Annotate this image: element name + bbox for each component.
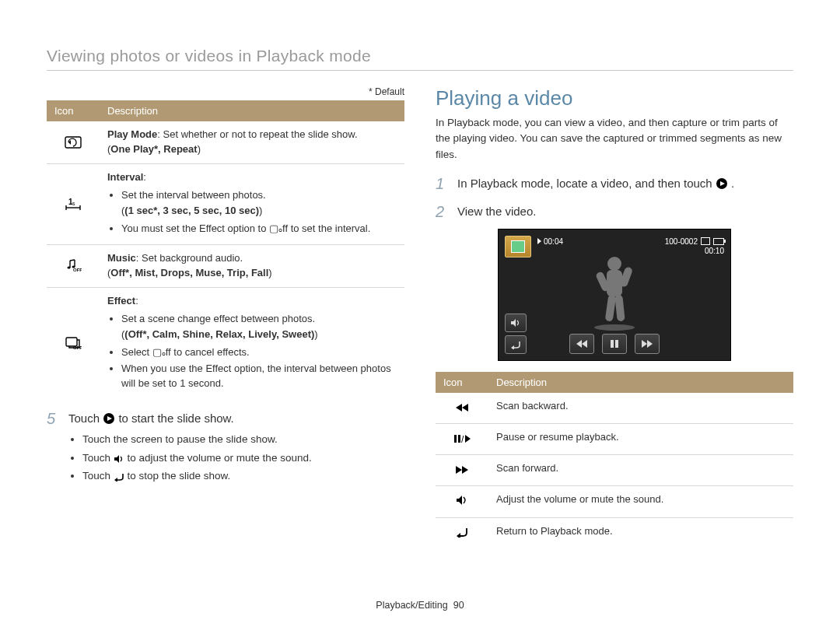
controls-table-head-desc: Description xyxy=(488,372,793,393)
page-header: Viewing photos or videos in Playback mod… xyxy=(47,47,793,65)
default-note: * Default xyxy=(47,86,404,97)
total-time: 00:10 xyxy=(705,247,724,255)
svg-marker-27 xyxy=(576,340,582,348)
fastforward-icon xyxy=(436,455,488,486)
play-pause-icon: / xyxy=(436,423,488,454)
elapsed-time: 00:04 xyxy=(537,237,563,246)
play-pause-desc: Pause or resume playback. xyxy=(488,423,793,454)
section-intro: In Playback mode, you can view a video, … xyxy=(436,115,793,163)
svg-rect-22 xyxy=(605,294,617,321)
svg-marker-28 xyxy=(582,340,587,348)
table-row: 1 s Interval: Set the interval between p… xyxy=(47,163,404,244)
back-button[interactable] xyxy=(505,335,527,354)
step-2-text: View the video. xyxy=(457,203,536,221)
interval-bullets: Set the interval between photos. xyxy=(107,188,397,203)
svg-marker-32 xyxy=(647,340,653,348)
svg-marker-26 xyxy=(511,345,514,349)
footer: Playback/Editing 90 xyxy=(0,600,840,611)
table-row: Scan forward. xyxy=(436,455,793,486)
options-table-head-icon: Icon xyxy=(47,100,100,121)
file-id: 100-0002 xyxy=(665,237,698,246)
effect-icon: OFF xyxy=(47,287,100,399)
svg-marker-25 xyxy=(511,319,516,327)
elapsed-time-value: 00:04 xyxy=(544,237,563,246)
return-icon xyxy=(436,517,488,548)
music-body: : Set background audio. xyxy=(136,252,243,264)
rewind-button[interactable] xyxy=(569,334,594,354)
table-row: Return to Playback mode. xyxy=(436,517,793,548)
effect-options: (Off*, Calm, Shine, Relax, Lively, Sweet… xyxy=(124,328,314,340)
list-item: When you use the Effect option, the inte… xyxy=(121,362,397,391)
options-table-head-desc: Description xyxy=(100,100,404,121)
header-rule xyxy=(47,70,793,71)
table-row: Scan backward. xyxy=(436,393,793,424)
list-item: Select ▢ₒff to cancel effects. xyxy=(121,345,397,360)
step-5-text-suffix: to start the slide show. xyxy=(118,412,233,425)
svg-marker-38 xyxy=(465,435,471,443)
volume-button[interactable] xyxy=(505,313,527,332)
step-1: 1 In Playback mode, locate a video, and … xyxy=(436,175,793,193)
effect-title: Effect xyxy=(107,295,135,306)
play-indicator-icon xyxy=(537,238,541,244)
footer-section: Playback/Editing xyxy=(376,600,447,611)
list-item: Touch to stop the slide show. xyxy=(82,468,404,484)
forward-button[interactable] xyxy=(635,334,660,354)
svg-rect-23 xyxy=(614,294,625,321)
interval-body-colon: : xyxy=(143,171,146,183)
options-table: Icon Description Play Mode: Set whether … xyxy=(47,100,404,399)
clip-thumbnail xyxy=(505,236,531,257)
svg-rect-35 xyxy=(454,435,457,443)
interval-icon: 1 s xyxy=(47,163,100,244)
step-number: 2 xyxy=(436,203,450,221)
list-item: Touch the screen to pause the slide show… xyxy=(82,432,404,447)
table-row: OFF Effect: Set a scene change effect be… xyxy=(47,287,404,399)
effect-bullets-2: Select ▢ₒff to cancel effects. When you … xyxy=(107,345,397,391)
section-title: Playing a video xyxy=(436,86,793,110)
step-number: 5 xyxy=(47,410,61,428)
left-column: * Default Icon Description P xyxy=(47,86,404,548)
memory-card-icon xyxy=(701,237,710,245)
table-row: / Pause or resume playback. xyxy=(436,423,793,454)
svg-rect-36 xyxy=(458,435,460,443)
step-2: 2 View the video. xyxy=(436,203,793,221)
play-mode-options: One Play*, Repeat xyxy=(110,143,197,155)
pause-button[interactable] xyxy=(602,334,627,354)
play-mode-title: Play Mode xyxy=(107,128,157,140)
table-row: OFF Music: Set background audio. (Off*, … xyxy=(47,245,404,288)
controls-table-head-icon: Icon xyxy=(436,372,488,393)
return-icon xyxy=(114,472,124,482)
step-5-text-prefix: Touch xyxy=(68,412,103,425)
music-options: Off*, Mist, Drops, Muse, Trip, Fall xyxy=(110,267,268,278)
play-circle-icon xyxy=(716,177,728,190)
svg-rect-29 xyxy=(611,340,614,348)
return-desc: Return to Playback mode. xyxy=(488,517,793,548)
table-row: Adjust the volume or mute the sound. xyxy=(436,486,793,517)
svg-marker-39 xyxy=(456,466,462,474)
step-1-text-prefix: In Playback mode, locate a video, and th… xyxy=(457,177,716,190)
controls-table: Icon Description Scan backward. / xyxy=(436,372,793,548)
svg-point-24 xyxy=(594,324,635,331)
battery-icon xyxy=(713,238,724,245)
svg-text:/: / xyxy=(461,434,464,443)
list-item: Set a scene change effect between photos… xyxy=(121,312,397,327)
svg-point-18 xyxy=(607,257,621,271)
video-frame-figure xyxy=(583,253,646,331)
svg-rect-30 xyxy=(615,340,618,348)
video-player: 00:04 100-0002 00:10 xyxy=(498,229,731,361)
fastforward-desc: Scan forward. xyxy=(488,455,793,486)
music-icon: OFF xyxy=(47,245,100,288)
page-number: 90 xyxy=(453,600,464,611)
step-5: 5 Touch to start the slide show. xyxy=(47,410,404,428)
svg-point-7 xyxy=(68,267,71,269)
svg-marker-41 xyxy=(457,496,462,505)
interval-options: (1 sec*, 3 sec, 5 sec, 10 sec) xyxy=(124,205,259,216)
play-circle-icon xyxy=(103,412,115,425)
interval-title: Interval xyxy=(107,171,143,183)
svg-text:OFF: OFF xyxy=(73,345,82,350)
list-item: You must set the Effect option to ▢ₒff t… xyxy=(121,222,397,236)
svg-marker-14 xyxy=(114,455,119,463)
rewind-icon xyxy=(436,393,488,424)
svg-marker-40 xyxy=(462,466,468,474)
right-column: Playing a video In Playback mode, you ca… xyxy=(436,86,793,548)
svg-rect-19 xyxy=(607,270,622,296)
